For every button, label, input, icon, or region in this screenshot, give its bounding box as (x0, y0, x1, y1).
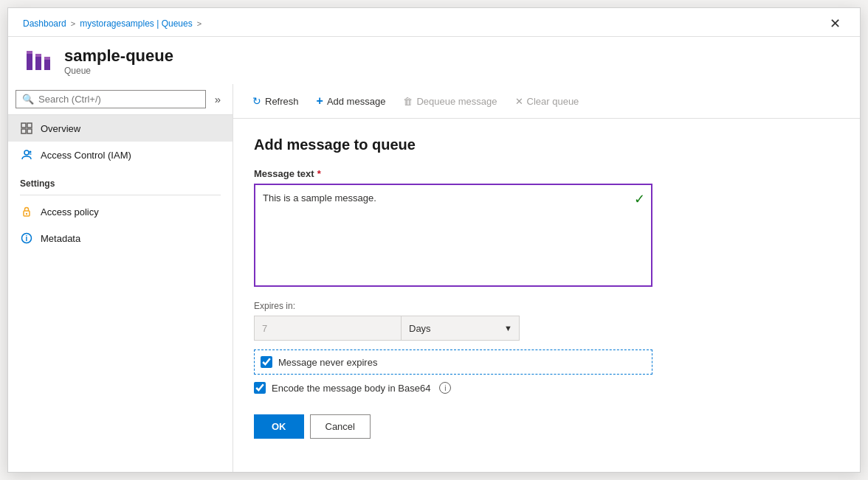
iam-icon (20, 148, 33, 161)
svg-rect-3 (27, 51, 32, 54)
message-textarea[interactable] (254, 184, 652, 287)
sidebar-item-access-policy[interactable]: Access policy (8, 198, 232, 225)
settings-section-header: Settings (8, 168, 232, 192)
sidebar-item-iam[interactable]: Access Control (IAM) (8, 142, 232, 168)
toolbar: ↻ Refresh + Add message 🗑 Dequeue messag… (233, 84, 860, 119)
main-layout: 🔍 » Overview (8, 84, 860, 472)
svg-rect-0 (27, 52, 32, 70)
form-section: Message text * ✓ Expires in: (254, 168, 652, 439)
search-input[interactable] (38, 94, 199, 105)
valid-checkmark: ✓ (634, 191, 645, 207)
sidebar-item-overview[interactable]: Overview (8, 115, 232, 142)
header-text: sample-queue Queue (64, 46, 173, 76)
top-bar: Dashboard > mystoragesamples | Queues > … (8, 8, 860, 37)
expires-select-wrap: Days Seconds Minutes Hours Weeks ▼ (402, 316, 520, 341)
expires-inputs: Days Seconds Minutes Hours Weeks ▼ (254, 316, 652, 341)
add-message-label: Add message (327, 96, 386, 107)
add-message-icon: + (317, 94, 323, 108)
sidebar-item-overview-label: Overview (41, 123, 80, 134)
breadcrumb-dashboard[interactable]: Dashboard (23, 18, 66, 29)
expires-unit-select[interactable]: Days Seconds Minutes Hours Weeks (402, 316, 520, 341)
content-area: ↻ Refresh + Add message 🗑 Dequeue messag… (233, 84, 860, 472)
expires-label: Expires in: (254, 301, 652, 311)
svg-rect-4 (35, 54, 41, 57)
panel-content: Add message to queue Message text * ✓ E (233, 119, 860, 472)
queue-icon (23, 46, 54, 77)
refresh-icon: ↻ (252, 95, 261, 107)
svg-rect-2 (44, 58, 50, 70)
ok-button[interactable]: OK (254, 414, 304, 439)
panel-title: Add message to queue (254, 136, 839, 153)
clear-icon: ✕ (515, 96, 523, 107)
encode-row: Encode the message body in Base64 i (254, 382, 652, 394)
svg-rect-9 (27, 129, 32, 133)
page-subtitle: Queue (64, 66, 173, 76)
add-message-button[interactable]: + Add message (309, 90, 393, 112)
refresh-label: Refresh (265, 96, 299, 107)
svg-rect-6 (21, 123, 26, 128)
never-expires-row: Message never expires (254, 349, 652, 375)
page-header: sample-queue Queue (8, 37, 860, 84)
breadcrumb: Dashboard > mystoragesamples | Queues > (23, 18, 202, 29)
message-text-label: Message text * (254, 168, 652, 179)
refresh-button[interactable]: ↻ Refresh (245, 91, 306, 111)
breadcrumb-sep-1: > (71, 19, 75, 28)
sidebar-item-iam-label: Access Control (IAM) (41, 150, 131, 161)
cancel-button[interactable]: Cancel (310, 414, 371, 439)
search-wrap: 🔍 (16, 90, 206, 108)
sidebar: 🔍 » Overview (8, 84, 233, 472)
metadata-icon: i (20, 232, 33, 245)
never-expires-label[interactable]: Message never expires (278, 357, 377, 368)
sidebar-item-metadata-label: Metadata (41, 233, 80, 244)
app-window: Dashboard > mystoragesamples | Queues > … (7, 7, 861, 473)
encode-label[interactable]: Encode the message body in Base64 (272, 383, 430, 394)
svg-text:i: i (26, 234, 28, 243)
svg-point-10 (24, 150, 29, 155)
sidebar-item-access-policy-label: Access policy (41, 206, 99, 218)
svg-point-13 (26, 213, 27, 215)
clear-queue-button[interactable]: ✕ Clear queue (508, 91, 587, 111)
never-expires-checkbox[interactable] (261, 356, 272, 368)
search-icon: 🔍 (22, 94, 34, 105)
overview-icon (20, 122, 33, 135)
clear-queue-label: Clear queue (527, 96, 579, 107)
required-indicator: * (317, 168, 321, 179)
svg-rect-1 (35, 55, 41, 70)
access-policy-icon (20, 205, 33, 218)
svg-rect-7 (27, 123, 32, 128)
breadcrumb-queues[interactable]: mystoragesamples | Queues (80, 18, 193, 29)
settings-divider (20, 195, 221, 195)
encode-base64-checkbox[interactable] (254, 382, 266, 394)
textarea-wrap: ✓ (254, 184, 652, 289)
expires-section: Expires in: Days Seconds Minutes Hours W… (254, 301, 652, 341)
svg-rect-8 (21, 129, 26, 133)
page-title: sample-queue (64, 46, 173, 66)
close-button[interactable]: ✕ (825, 15, 845, 32)
trash-icon: 🗑 (403, 96, 413, 107)
breadcrumb-sep-2: > (197, 19, 202, 28)
svg-point-11 (30, 151, 32, 153)
dequeue-message-button[interactable]: 🗑 Dequeue message (396, 91, 504, 111)
expires-number-input[interactable] (254, 316, 402, 341)
collapse-sidebar-button[interactable]: » (210, 90, 225, 108)
search-container: 🔍 » (8, 84, 232, 115)
svg-rect-5 (44, 57, 50, 60)
sidebar-item-metadata[interactable]: i Metadata (8, 225, 232, 251)
encode-info-icon[interactable]: i (439, 382, 451, 394)
dequeue-message-label: Dequeue message (416, 96, 497, 107)
action-buttons: OK Cancel (254, 414, 652, 439)
